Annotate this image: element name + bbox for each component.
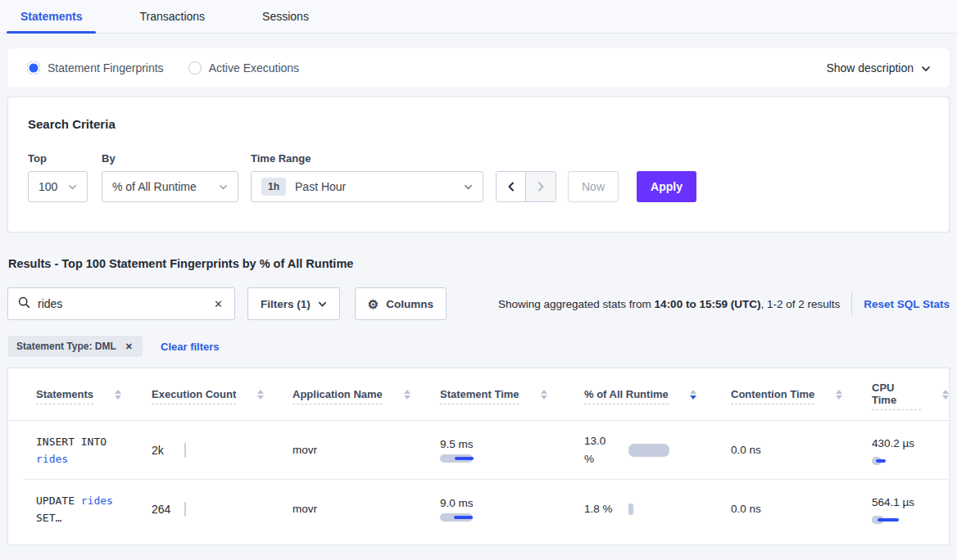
sort-icon [257, 390, 264, 400]
table-row: INSERT INTO rides 2k movr 9.5 ms 13.0 % … [8, 421, 949, 479]
application-name-cell: movr [293, 503, 440, 515]
tab-sessions[interactable]: Sessions [248, 0, 323, 33]
results-title: Results - Top 100 Statement Fingerprints… [8, 257, 949, 270]
column-label: Statement Time [440, 388, 519, 404]
tab-sessions-label: Sessions [262, 10, 309, 23]
tab-transactions-label: Transactions [139, 10, 205, 23]
columns-button[interactable]: ⚙ Columns [355, 287, 447, 320]
pct-runtime-value: 13.0 % [584, 432, 619, 468]
time-range-label: Time Range [251, 152, 496, 165]
aggregated-stats-text: Showing aggregated stats from 14:00 to 1… [498, 298, 840, 310]
cpu-time-cell: 564.1 µs [872, 494, 918, 524]
column-label: Application Name [293, 388, 383, 404]
statement-time-bar [440, 513, 473, 522]
contention-time-cell: 0.0 ns [731, 444, 872, 456]
statement-time-cell: 9.5 ms [440, 438, 584, 463]
column-header-pct-runtime[interactable]: % of All Runtime [584, 388, 731, 404]
column-header-cpu-time[interactable]: CPU Time [872, 382, 949, 410]
radio-statement-fingerprints-label: Statement Fingerprints [48, 61, 164, 75]
top-field: Top 100 [28, 152, 102, 202]
chevron-down-icon [219, 183, 228, 192]
top-tab-bar: Statements Transactions Sessions [0, 0, 957, 34]
pct-runtime-bar [628, 444, 669, 457]
clear-filters-link[interactable]: Clear filters [161, 341, 220, 353]
sort-icon [541, 390, 547, 400]
reset-sql-stats-link[interactable]: Reset SQL Stats [864, 298, 950, 310]
statement-link[interactable]: rides [81, 495, 113, 507]
filter-chip-statement-type[interactable]: Statement Type: DML ✕ [8, 336, 143, 357]
sort-icon [404, 390, 410, 400]
column-label: % of All Runtime [584, 388, 669, 404]
execution-count-bar [184, 443, 186, 458]
time-range-select[interactable]: 1h Past Hour [251, 171, 483, 202]
stats-prefix: Showing aggregated stats from [498, 298, 655, 310]
statement-fingerprint-cell: INSERT INTO rides [8, 433, 139, 467]
chevron-down-icon [318, 300, 327, 309]
pct-runtime-cell: 1.8 % [584, 500, 731, 518]
by-field: By % of All Runtime [102, 152, 251, 202]
sql-text: INSERT INTO [36, 436, 107, 448]
column-header-execution-count[interactable]: Execution Count [152, 388, 293, 404]
radio-unselected-icon [188, 61, 202, 75]
tab-statements-label: Statements [20, 10, 82, 23]
column-label: CPU Time [872, 382, 921, 410]
search-criteria-panel: Search Criteria Top 100 By % of All Runt… [7, 97, 950, 233]
execution-count-cell: 264 [152, 502, 293, 517]
statement-time-bar [440, 454, 473, 463]
statement-time-value: 9.0 ms [440, 497, 584, 509]
top-label: Top [28, 152, 102, 165]
contention-time-cell: 0.0 ns [731, 503, 872, 515]
now-button[interactable]: Now [568, 171, 619, 202]
active-filters-row: Statement Type: DML ✕ Clear filters [8, 336, 949, 357]
sort-icon [836, 390, 842, 400]
by-label: By [102, 152, 251, 165]
filter-chip-label: Statement Type: DML [16, 341, 116, 352]
table-row: UPDATE rides SET… 264 movr 9.0 ms 1.8 % … [8, 480, 949, 538]
remove-filter-icon[interactable]: ✕ [124, 341, 134, 352]
tab-transactions[interactable]: Transactions [125, 0, 219, 33]
cpu-time-bar [872, 516, 884, 524]
tab-statements[interactable]: Statements [7, 0, 96, 33]
column-label: Statements [36, 388, 93, 404]
by-select-value: % of All Runtime [112, 180, 197, 193]
filters-button[interactable]: Filters (1) [247, 287, 340, 320]
show-description-toggle[interactable]: Show description [826, 61, 930, 75]
top-select[interactable]: 100 [28, 171, 88, 202]
table-header-row: Statements Execution Count Application N… [8, 368, 949, 421]
apply-button[interactable]: Apply [637, 171, 696, 202]
gear-icon: ⚙ [368, 298, 379, 310]
pct-runtime-bar [628, 504, 633, 515]
column-header-contention-time[interactable]: Contention Time [731, 388, 872, 404]
sort-desc-icon [690, 390, 696, 400]
radio-active-executions-label: Active Executions [209, 61, 300, 75]
pct-runtime-value: 1.8 % [584, 500, 619, 518]
sql-text: SET… [36, 512, 61, 524]
statement-time-cell: 9.0 ms [440, 497, 584, 522]
column-header-statement-time[interactable]: Statement Time [440, 388, 584, 404]
next-interval-button[interactable] [526, 172, 556, 201]
by-select[interactable]: % of All Runtime [102, 171, 238, 202]
chevron-down-icon [464, 183, 473, 192]
cpu-time-bar [872, 457, 882, 465]
search-criteria-title: Search Criteria [28, 117, 929, 131]
view-mode-bar: Statement Fingerprints Active Executions… [7, 48, 950, 88]
cpu-time-value: 564.1 µs [872, 494, 918, 512]
radio-active-executions[interactable]: Active Executions [188, 61, 300, 75]
search-input[interactable] [38, 297, 212, 310]
show-description-label: Show description [826, 61, 914, 75]
clear-search-icon[interactable]: ✕ [212, 298, 225, 310]
application-name-cell: movr [293, 444, 440, 456]
statement-link[interactable]: rides [36, 453, 68, 465]
execution-count-value: 2k [152, 444, 184, 457]
statement-time-value: 9.5 ms [440, 438, 584, 450]
column-label: Contention Time [731, 388, 814, 404]
radio-statement-fingerprints[interactable]: Statement Fingerprints [27, 61, 164, 75]
sql-text: UPDATE [36, 495, 81, 507]
previous-interval-button[interactable] [497, 172, 526, 201]
column-header-application-name[interactable]: Application Name [293, 388, 440, 404]
cpu-time-cell: 430.2 µs [872, 435, 918, 465]
sort-icon [115, 390, 121, 400]
time-range-field: Time Range 1h Past Hour [251, 152, 496, 202]
chevron-down-icon [68, 183, 77, 192]
column-header-statements[interactable]: Statements [8, 388, 152, 404]
